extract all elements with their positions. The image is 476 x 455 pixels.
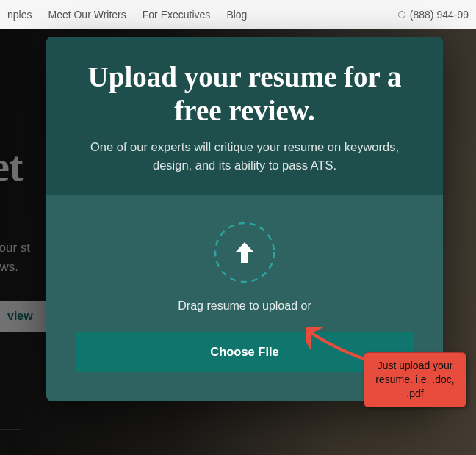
nav-link-samples[interactable]: nples	[7, 9, 32, 21]
top-nav-links: nples Meet Our Writers For Executives Bl…	[7, 9, 247, 21]
nav-link-blog[interactable]: Blog	[226, 9, 247, 21]
nav-link-writers[interactable]: Meet Our Writers	[48, 9, 126, 21]
phone-text: (888) 944-99	[410, 9, 469, 21]
annotation-callout: Just upload your resume. i.e. .doc, .pdf	[364, 352, 466, 407]
nav-link-executives[interactable]: For Executives	[143, 9, 211, 21]
svg-point-0	[215, 223, 274, 282]
annotation-text: Just upload your resume. i.e. .doc, .pdf	[375, 360, 454, 399]
choose-file-button[interactable]: Choose File	[76, 332, 414, 372]
modal-subtitle: One of our experts will critique your re…	[76, 138, 414, 175]
upload-modal: Upload your resume for a free review. On…	[46, 37, 443, 401]
phone-number[interactable]: (888) 944-99	[398, 9, 469, 21]
dashed-circle-icon	[214, 222, 275, 283]
modal-header: Upload your resume for a free review. On…	[46, 37, 443, 195]
upload-dropzone[interactable]	[214, 222, 275, 283]
phone-icon	[398, 11, 405, 18]
upload-instruction: Drag resume to upload or	[76, 299, 414, 313]
top-nav-bar: nples Meet Our Writers For Executives Bl…	[0, 0, 476, 29]
modal-title: Upload your resume for a free review.	[76, 60, 414, 128]
